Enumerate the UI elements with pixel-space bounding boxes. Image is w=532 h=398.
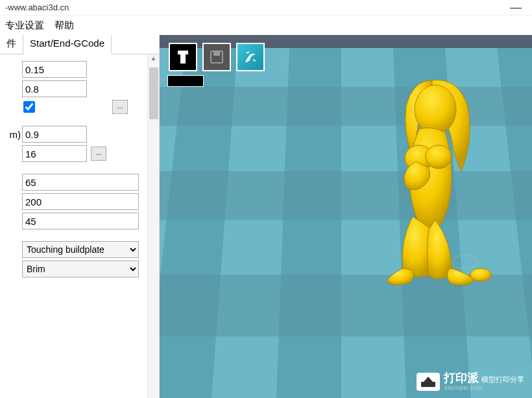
fill-density-input[interactable] bbox=[22, 126, 87, 143]
menu-help[interactable]: 帮助 bbox=[54, 19, 74, 32]
settings-panel: … m) … bbox=[0, 54, 159, 398]
svg-point-15 bbox=[470, 268, 491, 281]
3d-model[interactable] bbox=[354, 74, 497, 294]
unit-label-m: m) bbox=[6, 129, 22, 140]
tab-gcode[interactable]: Start/End-GCode bbox=[23, 35, 112, 54]
main-area: 件 Start/End-GCode … bbox=[0, 35, 532, 398]
more-button-2[interactable]: … bbox=[91, 146, 106, 161]
svg-rect-11 bbox=[213, 51, 220, 56]
save-button[interactable] bbox=[202, 43, 231, 71]
watermark: 打印派 模型打印分享 dayinpai.com bbox=[417, 372, 524, 392]
svg-point-16 bbox=[452, 255, 478, 268]
settings-sidebar: 件 Start/End-GCode … bbox=[0, 35, 160, 398]
window-title: -www.abaci3d.cn bbox=[5, 3, 505, 12]
panel-scrollbar[interactable]: ▲ bbox=[147, 54, 159, 398]
count-input[interactable] bbox=[22, 145, 87, 162]
temp-bed-input[interactable] bbox=[22, 213, 139, 229]
viewport-toolbar bbox=[169, 43, 265, 71]
tab-file[interactable]: 件 bbox=[0, 35, 23, 54]
svg-rect-17 bbox=[421, 382, 435, 387]
more-button-1[interactable]: … bbox=[112, 100, 128, 114]
save-icon bbox=[208, 48, 226, 66]
speed-input[interactable] bbox=[22, 174, 139, 191]
shell-thickness-input[interactable] bbox=[22, 80, 87, 97]
tooltip-box bbox=[167, 75, 204, 87]
svg-rect-9 bbox=[180, 61, 186, 64]
adhesion-select[interactable]: Brim bbox=[22, 261, 139, 277]
scroll-up-icon[interactable]: ▲ bbox=[148, 54, 159, 65]
svg-point-14 bbox=[426, 145, 452, 169]
scroll-thumb[interactable] bbox=[149, 67, 158, 119]
menu-advanced[interactable]: 专业设置 bbox=[5, 19, 44, 32]
share-icon bbox=[241, 48, 260, 66]
support-select[interactable]: Touching buildplate bbox=[22, 241, 139, 258]
3d-viewport[interactable]: 打印派 模型打印分享 dayinpai.com bbox=[160, 35, 532, 398]
menubar: 专业设置 帮助 bbox=[0, 16, 532, 35]
minimize-button[interactable]: — bbox=[505, 1, 527, 14]
share-button[interactable] bbox=[236, 43, 265, 71]
watermark-logo-icon bbox=[417, 373, 440, 391]
retraction-checkbox[interactable] bbox=[23, 101, 35, 113]
load-icon bbox=[174, 48, 192, 66]
watermark-sub: 模型打印分享 bbox=[481, 375, 524, 383]
load-model-button[interactable] bbox=[169, 43, 197, 71]
temp-extruder-input[interactable] bbox=[22, 193, 139, 210]
titlebar: -www.abaci3d.cn — bbox=[0, 0, 532, 16]
watermark-url: dayinpai.com bbox=[444, 385, 524, 392]
settings-tabs: 件 Start/End-GCode bbox=[0, 35, 159, 54]
svg-point-12 bbox=[415, 85, 456, 134]
layer-height-input[interactable] bbox=[22, 61, 87, 78]
watermark-name: 打印派 bbox=[444, 371, 479, 384]
